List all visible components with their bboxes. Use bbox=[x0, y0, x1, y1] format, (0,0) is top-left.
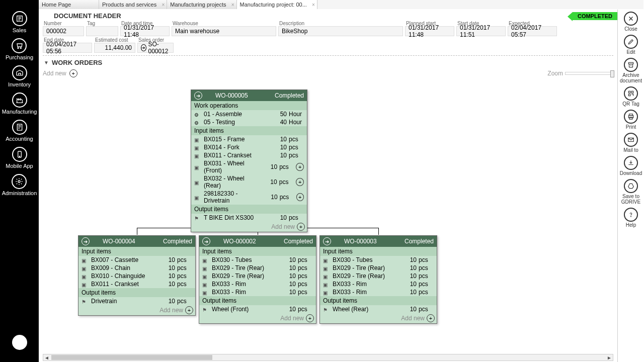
item-icon bbox=[82, 273, 88, 279]
field-value[interactable]: 02/04/2017 05:56 bbox=[43, 43, 92, 53]
gear-icon bbox=[194, 111, 200, 117]
flag-icon bbox=[323, 306, 329, 312]
item-icon bbox=[194, 194, 200, 200]
nav-inventory[interactable]: Inventory bbox=[8, 65, 31, 87]
archive-button[interactable]: Archive document bbox=[618, 58, 644, 83]
field-value[interactable]: 01/31/2017 11:51 bbox=[456, 26, 506, 36]
horizontal-scrollbar[interactable]: ◄► bbox=[43, 354, 613, 361]
nav-purchasing[interactable]: Purchasing bbox=[6, 38, 33, 60]
input-item-row[interactable]: BX029 - Tire (Rear)10pcs bbox=[320, 272, 437, 280]
svg-rect-7 bbox=[628, 62, 633, 64]
card-wo-000003[interactable]: ➜WO-000003CompletedInput itemsBX030 - Tu… bbox=[319, 235, 437, 324]
nav-sales[interactable]: Sales bbox=[12, 11, 27, 33]
tab-products[interactable]: Products and services× bbox=[99, 0, 167, 9]
input-item-row[interactable]: BX031 - Wheel (Front)10pcs+ bbox=[191, 159, 307, 174]
add-new-label: Add new bbox=[271, 223, 295, 230]
field-value[interactable] bbox=[86, 26, 118, 36]
goto-icon[interactable]: ➜ bbox=[82, 237, 90, 245]
operation-row[interactable]: 01 - Assemble50Hour bbox=[191, 110, 307, 118]
goto-icon[interactable]: ➜ bbox=[141, 44, 146, 51]
item-icon bbox=[82, 265, 88, 271]
add-item-button[interactable]: + bbox=[296, 163, 304, 171]
nav-admin[interactable]: Administration bbox=[2, 174, 37, 196]
group-label: Output items bbox=[320, 296, 437, 305]
nav-mobile[interactable]: Mobile App bbox=[6, 147, 33, 169]
input-item-row[interactable]: BX007 - Cassette10pcs bbox=[78, 256, 195, 264]
input-item-row[interactable]: BX033 - Rim10pcs bbox=[199, 288, 316, 296]
qr-button[interactable]: QR Tag bbox=[622, 86, 639, 107]
output-item-row[interactable]: T BIKE Dirt XS30010pcs bbox=[191, 214, 307, 222]
add-work-order-button[interactable]: + bbox=[69, 69, 77, 77]
work-orders-title[interactable]: ▼WORK ORDERS bbox=[39, 56, 617, 67]
field-value[interactable]: BikeShop bbox=[278, 26, 403, 36]
input-item-row[interactable]: BX030 - Tubes10pcs bbox=[320, 256, 437, 264]
field-value[interactable]: 01/31/2017 11:48 bbox=[405, 26, 454, 36]
print-button[interactable]: Print bbox=[624, 110, 638, 130]
download-button[interactable]: Download bbox=[620, 156, 642, 176]
add-output-button[interactable]: + bbox=[427, 314, 435, 322]
add-output-button[interactable]: + bbox=[297, 223, 305, 231]
input-item-row[interactable]: BX010 - Chainguide10pcs bbox=[78, 272, 195, 280]
close-button[interactable]: Close bbox=[624, 12, 638, 32]
tab-projects[interactable]: Manufacturing projects× bbox=[167, 0, 236, 9]
input-item-row[interactable]: BX032 - Wheel (Rear)10pcs+ bbox=[191, 174, 307, 190]
tab-project-detail[interactable]: Manufacturing project: 00...× bbox=[237, 0, 317, 9]
input-item-row[interactable]: BX033 - Rim10pcs bbox=[320, 280, 437, 288]
output-item-row[interactable]: Wheel (Rear)10pcs bbox=[320, 305, 437, 313]
field-value[interactable]: 02/04/2017 05:57 bbox=[508, 26, 557, 36]
input-item-row[interactable]: BX033 - Rim10pcs bbox=[320, 288, 437, 296]
input-item-row[interactable]: BX009 - Chain10pcs bbox=[78, 264, 195, 272]
close-icon[interactable]: × bbox=[231, 2, 234, 8]
gdrive-button[interactable]: Save to GDRIVE bbox=[618, 179, 644, 205]
item-icon bbox=[323, 257, 329, 263]
close-icon[interactable]: × bbox=[312, 2, 315, 8]
group-label: Input items bbox=[199, 247, 316, 256]
help-button[interactable]: Help bbox=[624, 208, 638, 228]
work-order-id: WO-000004 bbox=[103, 238, 135, 245]
goto-icon[interactable]: ➜ bbox=[194, 92, 202, 100]
field-value[interactable]: 000002 bbox=[43, 26, 84, 36]
output-item-row[interactable]: Wheel (Front)10pcs bbox=[199, 305, 316, 313]
input-item-row[interactable]: 298182330 - Drivetrain10pcs+ bbox=[191, 190, 307, 205]
input-item-row[interactable]: BX029 - Tire (Rear)10pcs bbox=[199, 264, 316, 272]
goto-icon[interactable]: ➜ bbox=[323, 237, 331, 245]
mail-button[interactable]: Mail to bbox=[623, 133, 638, 153]
zoom-slider[interactable] bbox=[565, 72, 613, 75]
input-item-row[interactable]: BX029 - Tire (Rear)10pcs bbox=[320, 264, 437, 272]
input-item-row[interactable]: BX030 - Tubes10pcs bbox=[199, 256, 316, 264]
add-item-button[interactable]: + bbox=[296, 178, 304, 186]
add-output-button[interactable]: + bbox=[185, 306, 193, 314]
field-value[interactable]: Main warehouse bbox=[172, 26, 276, 36]
field-value[interactable]: ➜SO-000012 bbox=[137, 43, 174, 53]
flag-icon bbox=[82, 298, 88, 304]
svg-rect-10 bbox=[628, 94, 630, 96]
card-wo-000005[interactable]: ➜WO-000005CompletedWork operations01 - A… bbox=[191, 89, 307, 232]
tab-home[interactable]: Home Page bbox=[39, 0, 99, 9]
field-value[interactable]: 11,440.00 bbox=[94, 43, 135, 53]
item-icon bbox=[202, 265, 208, 271]
card-wo-000004[interactable]: ➜WO-000004CompletedInput itemsBX007 - Ca… bbox=[78, 235, 196, 316]
close-icon[interactable]: × bbox=[162, 2, 165, 8]
output-item-row[interactable]: Drivetrain10pcs bbox=[78, 297, 195, 305]
chat-icon[interactable] bbox=[12, 335, 27, 350]
goto-icon[interactable]: ➜ bbox=[202, 237, 210, 245]
add-output-button[interactable]: + bbox=[306, 314, 314, 322]
input-item-row[interactable]: BX014 - Fork10pcs bbox=[191, 143, 307, 151]
card-wo-000002[interactable]: ➜WO-000002CompletedInput itemsBX030 - Tu… bbox=[199, 235, 316, 324]
document-header-title: DOCUMENT HEADER bbox=[39, 9, 617, 21]
input-item-row[interactable]: BX011 - Crankset10pcs bbox=[191, 151, 307, 159]
nav-manufacturing[interactable]: Manufacturing bbox=[2, 93, 37, 115]
add-new-label: Add new bbox=[43, 70, 66, 77]
item-icon bbox=[202, 281, 208, 287]
edit-button[interactable]: Edit bbox=[624, 35, 638, 55]
input-item-row[interactable]: BX029 - Tire (Rear)10pcs bbox=[199, 272, 316, 280]
operation-row[interactable]: 05 - Testing40Hour bbox=[191, 118, 307, 126]
input-item-row[interactable]: BX033 - Rim10pcs bbox=[199, 280, 316, 288]
add-item-button[interactable]: + bbox=[296, 193, 304, 201]
field-value[interactable]: 01/31/2017 11:48 bbox=[120, 26, 170, 36]
input-item-row[interactable]: BX011 - Crankset10pcs bbox=[78, 280, 195, 288]
group-label: Input items bbox=[78, 247, 195, 256]
input-item-row[interactable]: BX015 - Frame10pcs bbox=[191, 135, 307, 143]
svg-point-1 bbox=[18, 48, 19, 49]
nav-accounting[interactable]: Accounting bbox=[6, 120, 33, 142]
